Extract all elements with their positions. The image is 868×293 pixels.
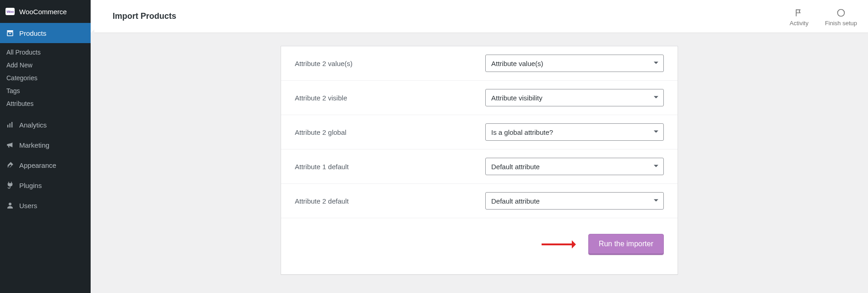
importer-card: Attribute 2 value(s) Attribute value(s) … — [281, 46, 678, 275]
sidebar-sub-attributes[interactable]: Attributes — [0, 97, 91, 110]
app-root: Woo WooCommerce Products All Products Ad… — [0, 0, 868, 293]
sidebar-item-label: Users — [19, 202, 37, 210]
sidebar-sub-categories[interactable]: Categories — [0, 72, 91, 84]
row-label: Attribute 2 global — [295, 128, 485, 136]
row-label: Attribute 2 visible — [295, 94, 485, 102]
svg-rect-2 — [9, 33, 11, 34]
card-actions: Run the importer — [281, 218, 678, 271]
sidebar-item-products[interactable]: Products — [0, 23, 91, 43]
svg-rect-4 — [10, 123, 11, 127]
sidebar-item-label: WooCommerce — [19, 8, 67, 16]
content-area: Attribute 2 value(s) Attribute value(s) … — [91, 33, 868, 293]
sidebar-sub-add-new[interactable]: Add New — [0, 59, 91, 72]
row-label: Attribute 2 default — [295, 197, 485, 205]
svg-rect-0 — [7, 30, 13, 32]
sidebar-item-label: Products — [19, 29, 46, 37]
finish-setup-button[interactable]: Finish setup — [825, 8, 857, 27]
sidebar-item-label: Appearance — [19, 161, 56, 169]
woo-icon: Woo — [5, 7, 15, 16]
admin-sidebar: Woo WooCommerce Products All Products Ad… — [0, 0, 91, 293]
sidebar-submenu-products: All Products Add New Categories Tags Att… — [0, 43, 91, 115]
plug-icon — [5, 181, 15, 190]
sidebar-item-label: Plugins — [19, 182, 42, 189]
user-icon — [5, 201, 15, 210]
main-area: Import Products Activity Finish setup — [91, 0, 868, 293]
row-control: Attribute value(s) — [485, 55, 664, 72]
select-wrap: Attribute value(s) — [485, 55, 664, 72]
sidebar-item-users[interactable]: Users — [0, 195, 91, 216]
select-wrap: Default attribute — [485, 158, 664, 175]
finish-setup-label: Finish setup — [825, 20, 857, 27]
attribute-2-default-select[interactable]: Default attribute — [485, 192, 664, 210]
sidebar-item-woocommerce[interactable]: Woo WooCommerce — [0, 0, 91, 23]
select-wrap: Default attribute — [485, 192, 664, 210]
attribute-2-visible-select[interactable]: Attribute visibility — [485, 89, 664, 106]
sidebar-item-label: Marketing — [19, 141, 49, 149]
run-importer-button[interactable]: Run the importer — [588, 234, 664, 255]
mapping-row: Attribute 2 global Is a global attribute… — [281, 115, 678, 149]
megaphone-icon — [5, 140, 15, 149]
page-title: Import Products — [113, 11, 176, 21]
annotation-arrow — [542, 241, 580, 248]
archive-icon — [5, 28, 15, 38]
attribute-2-global-select[interactable]: Is a global attribute? — [485, 123, 664, 141]
svg-point-7 — [837, 10, 844, 17]
row-control: Attribute visibility — [485, 89, 664, 106]
sidebar-item-appearance[interactable]: Appearance — [0, 155, 91, 175]
topbar: Import Products Activity Finish setup — [91, 0, 868, 33]
sidebar-item-marketing[interactable]: Marketing — [0, 135, 91, 155]
svg-point-6 — [9, 203, 11, 205]
row-label: Attribute 2 value(s) — [295, 60, 485, 67]
flag-icon — [794, 8, 804, 18]
row-control: Default attribute — [485, 192, 664, 210]
activity-label: Activity — [790, 20, 808, 27]
select-wrap: Attribute visibility — [485, 89, 664, 106]
activity-button[interactable]: Activity — [790, 8, 808, 27]
svg-rect-3 — [7, 125, 8, 127]
mapping-row: Attribute 2 visible Attribute visibility — [281, 81, 678, 115]
sidebar-sub-all-products[interactable]: All Products — [0, 46, 91, 59]
svg-rect-1 — [7, 32, 13, 36]
arrow-head-icon — [572, 240, 580, 249]
mapping-row: Attribute 1 default Default attribute — [281, 149, 678, 184]
sidebar-item-plugins[interactable]: Plugins — [0, 175, 91, 195]
attribute-1-default-select[interactable]: Default attribute — [485, 158, 664, 175]
attribute-2-values-select[interactable]: Attribute value(s) — [485, 55, 664, 72]
arrow-line — [542, 243, 572, 245]
topbar-actions: Activity Finish setup — [790, 6, 857, 27]
row-control: Default attribute — [485, 158, 664, 175]
brush-icon — [5, 160, 15, 170]
sidebar-sub-tags[interactable]: Tags — [0, 84, 91, 97]
mapping-row: Attribute 2 value(s) Attribute value(s) — [281, 46, 678, 81]
select-wrap: Is a global attribute? — [485, 123, 664, 141]
svg-rect-5 — [11, 122, 12, 127]
sidebar-item-analytics[interactable]: Analytics — [0, 115, 91, 135]
row-control: Is a global attribute? — [485, 123, 664, 141]
chart-icon — [5, 120, 15, 129]
mapping-row: Attribute 2 default Default attribute — [281, 184, 678, 218]
circle-icon — [836, 8, 846, 18]
sidebar-item-label: Analytics — [19, 121, 47, 129]
row-label: Attribute 1 default — [295, 163, 485, 171]
